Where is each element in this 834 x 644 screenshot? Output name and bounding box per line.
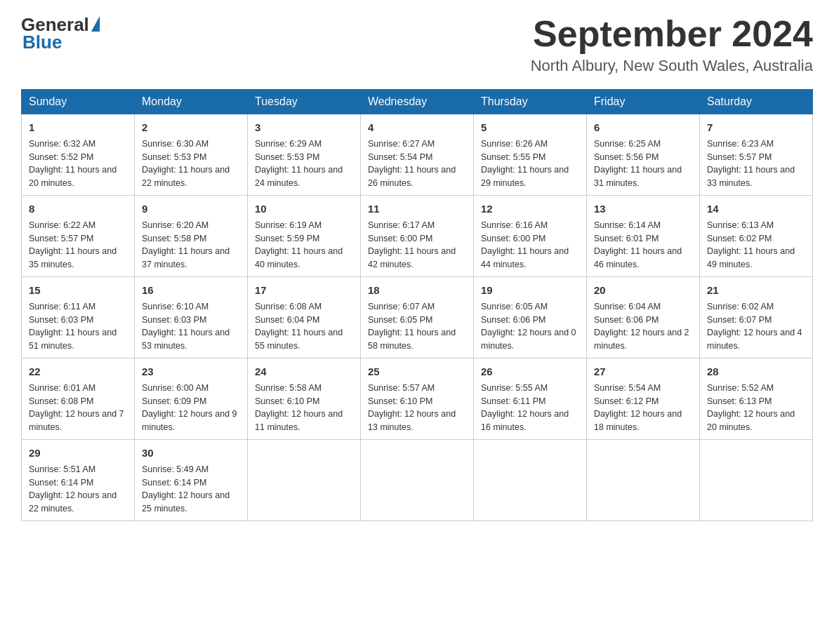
day-number: 12: [481, 201, 579, 216]
day-info: Sunrise: 6:17 AMSunset: 6:00 PMDaylight:…: [368, 220, 456, 269]
day-info: Sunrise: 6:08 AMSunset: 6:04 PMDaylight:…: [255, 302, 343, 351]
day-info: Sunrise: 5:58 AMSunset: 6:10 PMDaylight:…: [255, 383, 343, 432]
day-number: 18: [368, 283, 466, 297]
day-info: Sunrise: 5:49 AMSunset: 6:14 PMDaylight:…: [142, 464, 230, 514]
table-row: 7 Sunrise: 6:23 AMSunset: 5:57 PMDayligh…: [700, 114, 813, 196]
day-number: 4: [368, 120, 466, 135]
col-wednesday: Wednesday: [361, 90, 474, 114]
day-number: 19: [481, 283, 579, 297]
table-row: 10 Sunrise: 6:19 AMSunset: 5:59 PMDaylig…: [248, 196, 361, 277]
table-row: [474, 440, 587, 521]
day-number: 27: [594, 364, 692, 379]
logo-triangle-icon: [91, 16, 100, 32]
day-number: 13: [594, 201, 692, 216]
table-row: 9 Sunrise: 6:20 AMSunset: 5:58 PMDayligh…: [135, 196, 248, 277]
calendar-week-row: 8 Sunrise: 6:22 AMSunset: 5:57 PMDayligh…: [22, 196, 813, 277]
col-saturday: Saturday: [700, 90, 813, 114]
calendar-week-row: 1 Sunrise: 6:32 AMSunset: 5:52 PMDayligh…: [22, 114, 813, 196]
table-row: [700, 440, 813, 521]
day-info: Sunrise: 6:13 AMSunset: 6:02 PMDaylight:…: [707, 220, 795, 269]
day-info: Sunrise: 6:11 AMSunset: 6:03 PMDaylight:…: [29, 302, 117, 351]
day-info: Sunrise: 5:51 AMSunset: 6:14 PMDaylight:…: [29, 464, 117, 514]
day-info: Sunrise: 5:57 AMSunset: 6:10 PMDaylight:…: [368, 383, 456, 432]
table-row: 22 Sunrise: 6:01 AMSunset: 6:08 PMDaylig…: [22, 358, 135, 440]
table-row: 11 Sunrise: 6:17 AMSunset: 6:00 PMDaylig…: [361, 196, 474, 277]
table-row: 5 Sunrise: 6:26 AMSunset: 5:55 PMDayligh…: [474, 114, 587, 196]
day-number: 26: [481, 364, 579, 379]
table-row: 28 Sunrise: 5:52 AMSunset: 6:13 PMDaylig…: [700, 358, 813, 440]
day-info: Sunrise: 6:23 AMSunset: 5:57 PMDaylight:…: [707, 139, 795, 188]
day-number: 14: [707, 201, 805, 216]
day-info: Sunrise: 6:22 AMSunset: 5:57 PMDaylight:…: [29, 220, 117, 269]
day-number: 15: [29, 283, 127, 297]
day-info: Sunrise: 6:04 AMSunset: 6:06 PMDaylight:…: [594, 302, 689, 351]
table-row: 4 Sunrise: 6:27 AMSunset: 5:54 PMDayligh…: [361, 114, 474, 196]
day-info: Sunrise: 5:54 AMSunset: 6:12 PMDaylight:…: [594, 383, 682, 432]
table-row: 3 Sunrise: 6:29 AMSunset: 5:53 PMDayligh…: [248, 114, 361, 196]
table-row: 8 Sunrise: 6:22 AMSunset: 5:57 PMDayligh…: [22, 196, 135, 277]
day-number: 10: [255, 201, 353, 216]
table-row: 23 Sunrise: 6:00 AMSunset: 6:09 PMDaylig…: [135, 358, 248, 440]
location-subtitle: North Albury, New South Wales, Australia: [531, 57, 813, 75]
day-info: Sunrise: 6:16 AMSunset: 6:00 PMDaylight:…: [481, 220, 569, 269]
day-number: 22: [29, 364, 127, 379]
day-number: 5: [481, 120, 579, 135]
table-row: 13 Sunrise: 6:14 AMSunset: 6:01 PMDaylig…: [587, 196, 700, 277]
calendar-header-row: Sunday Monday Tuesday Wednesday Thursday…: [22, 90, 813, 114]
day-number: 6: [594, 120, 692, 135]
day-info: Sunrise: 6:27 AMSunset: 5:54 PMDaylight:…: [368, 139, 456, 188]
calendar-table: Sunday Monday Tuesday Wednesday Thursday…: [21, 89, 813, 521]
day-number: 24: [255, 364, 353, 379]
day-info: Sunrise: 6:10 AMSunset: 6:03 PMDaylight:…: [142, 302, 230, 351]
day-info: Sunrise: 6:02 AMSunset: 6:07 PMDaylight:…: [707, 302, 802, 351]
table-row: 27 Sunrise: 5:54 AMSunset: 6:12 PMDaylig…: [587, 358, 700, 440]
title-section: September 2024 North Albury, New South W…: [531, 14, 813, 75]
day-number: 20: [594, 283, 692, 297]
day-number: 21: [707, 283, 805, 297]
day-number: 16: [142, 283, 240, 297]
day-info: Sunrise: 6:30 AMSunset: 5:53 PMDaylight:…: [142, 139, 230, 188]
table-row: 21 Sunrise: 6:02 AMSunset: 6:07 PMDaylig…: [700, 277, 813, 358]
day-number: 30: [142, 445, 240, 460]
day-number: 17: [255, 283, 353, 297]
day-number: 2: [142, 120, 240, 135]
table-row: 14 Sunrise: 6:13 AMSunset: 6:02 PMDaylig…: [700, 196, 813, 277]
day-info: Sunrise: 6:26 AMSunset: 5:55 PMDaylight:…: [481, 139, 569, 188]
day-number: 3: [255, 120, 353, 135]
day-info: Sunrise: 6:07 AMSunset: 6:05 PMDaylight:…: [368, 302, 456, 351]
day-info: Sunrise: 6:19 AMSunset: 5:59 PMDaylight:…: [255, 220, 343, 269]
table-row: 18 Sunrise: 6:07 AMSunset: 6:05 PMDaylig…: [361, 277, 474, 358]
day-info: Sunrise: 6:05 AMSunset: 6:06 PMDaylight:…: [481, 302, 576, 351]
col-thursday: Thursday: [474, 90, 587, 114]
day-info: Sunrise: 5:55 AMSunset: 6:11 PMDaylight:…: [481, 383, 569, 432]
table-row: 20 Sunrise: 6:04 AMSunset: 6:06 PMDaylig…: [587, 277, 700, 358]
table-row: [248, 440, 361, 521]
day-number: 1: [29, 120, 127, 135]
day-number: 11: [368, 201, 466, 216]
day-info: Sunrise: 6:00 AMSunset: 6:09 PMDaylight:…: [142, 383, 237, 432]
col-sunday: Sunday: [22, 90, 135, 114]
table-row: 17 Sunrise: 6:08 AMSunset: 6:04 PMDaylig…: [248, 277, 361, 358]
col-friday: Friday: [587, 90, 700, 114]
col-monday: Monday: [135, 90, 248, 114]
table-row: 26 Sunrise: 5:55 AMSunset: 6:11 PMDaylig…: [474, 358, 587, 440]
table-row: 19 Sunrise: 6:05 AMSunset: 6:06 PMDaylig…: [474, 277, 587, 358]
table-row: 1 Sunrise: 6:32 AMSunset: 5:52 PMDayligh…: [22, 114, 135, 196]
table-row: 6 Sunrise: 6:25 AMSunset: 5:56 PMDayligh…: [587, 114, 700, 196]
table-row: [587, 440, 700, 521]
day-info: Sunrise: 6:20 AMSunset: 5:58 PMDaylight:…: [142, 220, 230, 269]
table-row: 24 Sunrise: 5:58 AMSunset: 6:10 PMDaylig…: [248, 358, 361, 440]
table-row: 16 Sunrise: 6:10 AMSunset: 6:03 PMDaylig…: [135, 277, 248, 358]
day-info: Sunrise: 6:25 AMSunset: 5:56 PMDaylight:…: [594, 139, 682, 188]
col-tuesday: Tuesday: [248, 90, 361, 114]
page-header: General Blue September 2024 North Albury…: [21, 14, 813, 75]
table-row: 15 Sunrise: 6:11 AMSunset: 6:03 PMDaylig…: [22, 277, 135, 358]
day-number: 23: [142, 364, 240, 379]
day-number: 28: [707, 364, 805, 379]
calendar-week-row: 29 Sunrise: 5:51 AMSunset: 6:14 PMDaylig…: [22, 440, 813, 521]
calendar-week-row: 15 Sunrise: 6:11 AMSunset: 6:03 PMDaylig…: [22, 277, 813, 358]
day-info: Sunrise: 6:32 AMSunset: 5:52 PMDaylight:…: [29, 139, 117, 188]
table-row: 12 Sunrise: 6:16 AMSunset: 6:00 PMDaylig…: [474, 196, 587, 277]
calendar-week-row: 22 Sunrise: 6:01 AMSunset: 6:08 PMDaylig…: [22, 358, 813, 440]
month-year-title: September 2024: [531, 14, 813, 54]
